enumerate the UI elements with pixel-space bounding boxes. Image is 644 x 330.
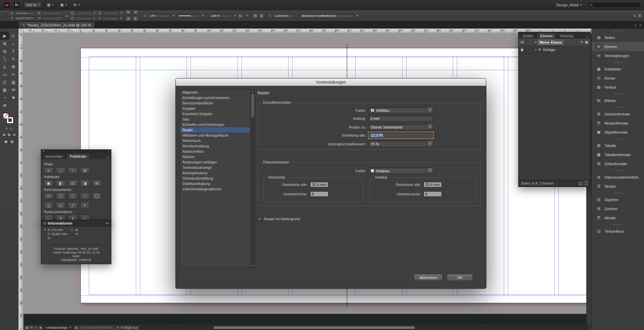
- convert-ellipse-button[interactable]: ◯: [92, 193, 102, 199]
- panel-menu-icon[interactable]: ≣: [638, 13, 641, 18]
- dialog-list-scrollbar[interactable]: ▲ ▼: [250, 90, 255, 268]
- dialog-category-benutzeroberfl-che[interactable]: Benutzeroberfläche: [180, 100, 255, 106]
- dialog-category-rechtschreibung[interactable]: Rechtschreibung: [180, 143, 255, 149]
- ruler-origin-corner[interactable]: [18, 29, 23, 34]
- eyedropper-tool[interactable]: ◔: [0, 94, 9, 101]
- corner-radius-stepper[interactable]: ▲▼: [269, 14, 271, 17]
- disclosure-triangle-icon[interactable]: ▸: [535, 41, 537, 44]
- dialog-category-w-rterbuch[interactable]: Wörterbuch: [180, 138, 255, 143]
- zoom-level-dropdown[interactable]: 100 % ▼: [23, 2, 42, 8]
- visibility-toggle[interactable]: [519, 39, 526, 46]
- dock-item-zellenformate[interactable]: ⊟Zellenformate: [592, 159, 644, 168]
- dialog-category-textmodusanzeige[interactable]: Textmodusanzeige: [180, 165, 255, 170]
- dock-item-objektformate[interactable]: ▣Objektformate: [592, 128, 644, 137]
- corner-radius-field[interactable]: 4,233 mm: [273, 14, 295, 18]
- intersect-shapes-button[interactable]: ⊡: [68, 180, 77, 187]
- workspace-switcher[interactable]: Design_Mobil ▼: [555, 2, 584, 8]
- wrap-bounding-box-icon[interactable]: ▥: [260, 13, 263, 18]
- dialog-titlebar[interactable]: Voreinstellungen: [176, 79, 486, 86]
- arrange-documents-dropdown[interactable]: ⊞ ▼: [72, 2, 82, 8]
- type-tool[interactable]: T: [9, 47, 18, 55]
- dialog-category-nderungen-verfolgen[interactable]: Änderungen verfolgen: [180, 159, 255, 165]
- dock-item-effekte[interactable]: fxEffekte: [592, 96, 644, 105]
- rotation-angle-field[interactable]: [103, 11, 119, 15]
- normal-view-button[interactable]: ▣: [3, 139, 9, 144]
- preflight-status[interactable]: Preflight aus: [121, 326, 138, 329]
- dialog-category-raster[interactable]: Raster: [180, 127, 255, 133]
- convert-line-button[interactable]: ╱: [68, 202, 77, 209]
- dialog-category-autokorrektur[interactable]: Autokorrektur: [180, 149, 255, 154]
- gap-tool[interactable]: ↔: [9, 40, 18, 47]
- subtract-shapes-button[interactable]: ◧: [56, 180, 65, 187]
- dock-group-grip[interactable]: [592, 168, 644, 173]
- gradient-tool[interactable]: ▥: [9, 78, 18, 86]
- disclosure-triangle-icon[interactable]: ▸: [535, 48, 537, 51]
- dock-item-datenzusammenf-hr[interactable]: ⇉Datenzusammenführ...: [592, 173, 644, 182]
- page-view-icon[interactable]: ▦: [25, 326, 29, 329]
- reverse-path-button[interactable]: ⇄: [80, 167, 90, 174]
- effects-menu[interactable]: fx.: [239, 14, 243, 18]
- last-page-button[interactable]: ⇥: [80, 326, 83, 329]
- dock-item-skripte[interactable]: §Skripte: [592, 182, 644, 191]
- dock-item-zeichen[interactable]: AZeichen: [592, 204, 644, 213]
- h-subdiv-field[interactable]: 8: [310, 191, 328, 197]
- scale-x-field[interactable]: [75, 11, 92, 15]
- dock-item-tabelle[interactable]: ⊞Tabelle: [592, 141, 644, 150]
- dock-item-tabellenformate[interactable]: ▦Tabellenformate: [592, 150, 644, 159]
- dock-item-glyphen[interactable]: ΩGlyphen: [592, 195, 644, 204]
- convert-rounded-rectangle-button[interactable]: ▢: [56, 193, 65, 199]
- grids-in-back-checkbox[interactable]: ✓: [258, 217, 262, 221]
- ruler-guide[interactable]: [76, 57, 591, 57]
- scissors-tool[interactable]: ✂: [9, 70, 18, 78]
- dock-item-verlauf[interactable]: ▥Verlauf: [592, 83, 644, 92]
- dialog-category-eingabe[interactable]: Eingabe: [180, 106, 255, 111]
- fill-swatch[interactable]: [3, 113, 9, 119]
- tab-ausrichten[interactable]: Ausrichten: [42, 153, 66, 159]
- dialog-category-einstellungen-synchronisieren[interactable]: Einstellungen synchronisieren: [180, 95, 255, 100]
- dock-item-absatzformate[interactable]: ¶Absatzformate: [592, 119, 644, 128]
- free-transform-tool[interactable]: ◰: [0, 78, 9, 86]
- screen-mode-dropdown[interactable]: ▣ ▼: [59, 2, 68, 8]
- dialog-category-notizen[interactable]: Notizen: [180, 154, 255, 159]
- scale-y-field[interactable]: [75, 16, 92, 20]
- zoom-tool[interactable]: ⊕: [0, 101, 9, 109]
- shear-angle-field[interactable]: [102, 16, 119, 20]
- minus-back-button[interactable]: ⊟: [92, 180, 102, 187]
- dock-item-zeichenformate[interactable]: AZeichenformate: [592, 109, 644, 119]
- ruler-vertical[interactable]: 1001020304050607080901001101201301401501…: [18, 34, 23, 330]
- dialog-category-einheiten-und-einteilungen[interactable]: Einheiten und Einteilungen: [180, 122, 255, 127]
- scroll-up-icon[interactable]: ▲: [252, 90, 254, 93]
- baseline-color-dropdown[interactable]: Hellblau ▼: [369, 107, 433, 113]
- dock-group-grip[interactable]: [592, 29, 644, 33]
- line-tool[interactable]: ╲: [0, 55, 9, 63]
- dock-item-verkn-pfungen[interactable]: ∞Verknüpfungen: [592, 51, 644, 60]
- baseline-start-field[interactable]: 3 mm: [369, 115, 433, 122]
- dialog-category-zwischenablageoptionen[interactable]: Zwischenablageoptionen: [180, 186, 255, 192]
- ruler-guide[interactable]: [76, 70, 591, 70]
- dock-group-grip[interactable]: [592, 105, 644, 109]
- visibility-toggle[interactable]: [519, 46, 526, 53]
- hand-tool[interactable]: ❖: [9, 94, 18, 101]
- panel-collapse-icon[interactable]: ◇: [43, 221, 46, 225]
- close-icon[interactable]: ✕: [43, 150, 45, 153]
- dialog-category-satz[interactable]: Satz: [180, 116, 255, 122]
- dialog-category-erweiterte-eingabe[interactable]: Erweiterte Eingabe: [180, 111, 255, 116]
- convert-triangle-button[interactable]: △: [44, 202, 53, 209]
- opacity-field[interactable]: 100 %: [210, 14, 231, 18]
- dock-group-grip[interactable]: [592, 60, 644, 64]
- tab-menu-icon[interactable]: ≡: [639, 23, 641, 27]
- convert-polygon-button[interactable]: ◇: [56, 202, 65, 209]
- wrap-none-icon[interactable]: ▤: [254, 13, 257, 18]
- layer-row-vorlage[interactable]: ▸Vorlage: [519, 46, 590, 53]
- flip-horizontal-button[interactable]: ⇄: [125, 16, 131, 21]
- gradient-feather-tool[interactable]: ▨: [0, 86, 9, 94]
- scroll-down-icon[interactable]: ▼: [252, 264, 254, 268]
- v-gridline-field[interactable]: 25,4 mm: [424, 182, 442, 187]
- document-color-dropdown[interactable]: Hellgrau ▼: [369, 168, 433, 174]
- tab-seiten[interactable]: Seiten: [519, 33, 536, 39]
- dialog-category-schwarzdarstellung[interactable]: Schwarzdarstellung: [180, 176, 255, 181]
- reference-point-selector[interactable]: [3, 13, 8, 18]
- cancel-button[interactable]: Abbrechen: [414, 274, 443, 281]
- page-number-dropdown[interactable]: A-Mustervorlage ▼: [43, 326, 73, 330]
- exclude-overlap-button[interactable]: ◨: [80, 180, 90, 187]
